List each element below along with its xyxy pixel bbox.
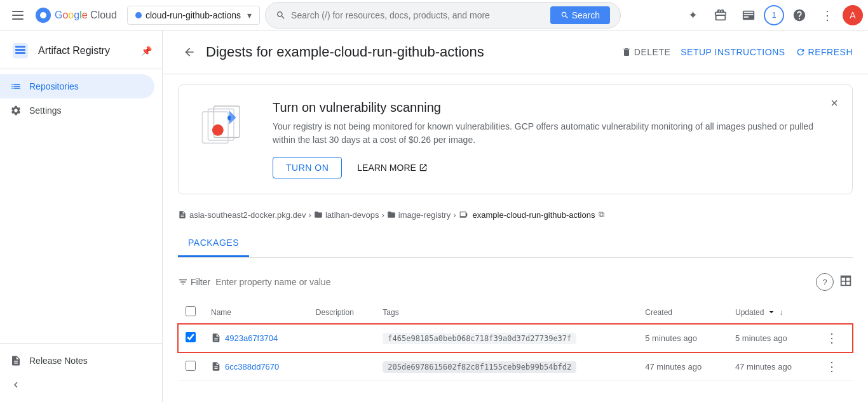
svg-rect-7 xyxy=(15,52,25,54)
row2-updated-cell: 47 minutes ago xyxy=(728,352,818,381)
row2-doc-icon xyxy=(211,361,221,372)
row2-actions-cell: ⋮ xyxy=(818,352,853,381)
menu-icon[interactable] xyxy=(5,3,31,28)
row1-actions-cell: ⋮ xyxy=(818,324,853,352)
more-icon: ⋮ xyxy=(821,8,834,23)
row1-more-actions[interactable]: ⋮ xyxy=(825,331,838,345)
columns-icon xyxy=(839,274,853,288)
delete-label: DELETE xyxy=(634,47,670,57)
row1-tags-cell: f465e98185a0beb068c718f39a0d37d27739e37f xyxy=(375,324,637,352)
data-table: Name Description Tags Created xyxy=(178,301,853,381)
refresh-button[interactable]: REFRESH xyxy=(796,47,853,57)
gemini-icon: ✦ xyxy=(688,8,698,22)
row1-created-cell: 5 minutes ago xyxy=(637,324,728,352)
topbar: Google Cloud cloud-run-github-actions ▾ … xyxy=(0,0,868,30)
project-arrow-icon: ▾ xyxy=(247,10,252,20)
copy-icon[interactable]: ⧉ xyxy=(599,210,604,220)
table-help-button[interactable]: ? xyxy=(816,273,834,291)
more-options-button[interactable]: ⋮ xyxy=(815,3,840,28)
row1-name-link[interactable]: 4923a67f3704 xyxy=(211,333,301,343)
breadcrumb-registry[interactable]: asia-southeast2-docker.pkg.dev xyxy=(178,210,306,220)
breadcrumb-sep-3: › xyxy=(453,210,456,220)
row2-name-link[interactable]: 6cc388dd7670 xyxy=(211,361,301,372)
logo-text: Google Cloud xyxy=(55,10,117,21)
sidebar-item-release-notes[interactable]: Release Notes xyxy=(0,349,162,373)
cloud-shell-icon xyxy=(742,8,756,22)
row1-doc-icon xyxy=(211,333,221,343)
row2-description-cell xyxy=(308,352,375,381)
row2-more-actions[interactable]: ⋮ xyxy=(825,359,838,373)
breadcrumb-current: example-cloud-run-github-actions ⧉ xyxy=(459,210,605,220)
sidebar-item-settings[interactable]: Settings xyxy=(0,98,154,123)
tab-packages[interactable]: PACKAGES xyxy=(178,230,249,257)
help-icon xyxy=(792,8,806,22)
breadcrumb-latihan[interactable]: latihan-devops xyxy=(314,210,379,220)
sidebar-item-settings-label: Settings xyxy=(29,105,62,116)
avatar[interactable]: A xyxy=(843,5,863,25)
cloud-shell-button[interactable] xyxy=(736,3,761,28)
select-all-header xyxy=(178,301,203,324)
search-input[interactable] xyxy=(291,10,545,20)
row2-tags-cell: 205de6978615602f82c8f1155ceb9eb99b54bfd2 xyxy=(375,352,637,381)
marketplace-button[interactable] xyxy=(708,3,733,28)
collapse-sidebar-button[interactable] xyxy=(0,373,162,397)
collapse-icon xyxy=(10,379,22,391)
table-body: 4923a67f3704 f465e98185a0beb068c718f39a0… xyxy=(178,324,853,381)
row2-created-cell: 47 minutes ago xyxy=(637,352,728,381)
app-layout: Artifact Registry 📌 Repositories Setting… xyxy=(0,30,868,402)
setup-instructions-button[interactable]: SETUP INSTRUCTIONS xyxy=(681,47,785,57)
table-row: 4923a67f3704 f465e98185a0beb068c718f39a0… xyxy=(178,324,853,352)
select-all-checkbox[interactable] xyxy=(186,306,196,316)
turn-on-button[interactable]: TURN ON xyxy=(273,157,342,178)
notification-badge[interactable]: 1 xyxy=(764,5,784,25)
content-area: Turn on vulnerability scanning Your regi… xyxy=(163,74,868,402)
sidebar-item-repositories[interactable]: Repositories xyxy=(0,74,154,98)
main-content: Digests for example-cloud-run-github-act… xyxy=(163,30,868,402)
topbar-actions: ✦ 1 ⋮ A xyxy=(680,3,863,28)
close-banner-button[interactable]: × xyxy=(824,93,844,113)
tags-column-header: Tags xyxy=(375,301,637,324)
pin-icon[interactable]: 📌 xyxy=(141,46,152,56)
row2-checkbox[interactable] xyxy=(186,361,196,371)
gemini-button[interactable]: ✦ xyxy=(680,3,705,28)
banner-title: Turn on vulnerability scanning xyxy=(273,100,837,115)
header-actions: DELETE SETUP INSTRUCTIONS REFRESH xyxy=(621,47,853,57)
created-column-header: Created xyxy=(637,301,728,324)
project-selector[interactable]: cloud-run-github-actions ▾ xyxy=(127,6,260,25)
table-toolbar: Filter ? xyxy=(178,268,853,296)
columns-button[interactable] xyxy=(839,274,853,291)
row1-checkbox[interactable] xyxy=(186,332,196,342)
sidebar: Artifact Registry 📌 Repositories Setting… xyxy=(0,30,163,402)
back-icon xyxy=(183,46,196,58)
delete-icon xyxy=(621,47,632,57)
back-button[interactable] xyxy=(178,41,201,64)
page-header: Digests for example-cloud-run-github-act… xyxy=(163,30,868,74)
tabs: PACKAGES xyxy=(178,230,853,258)
settings-icon xyxy=(10,105,22,116)
search-icon-bar xyxy=(276,10,286,20)
svg-point-3 xyxy=(40,12,46,18)
search-button[interactable]: Search xyxy=(550,6,610,24)
row1-name-cell: 4923a67f3704 xyxy=(203,324,308,352)
banner-illustration xyxy=(194,100,257,159)
registry-breadcrumb-icon xyxy=(178,210,187,219)
svg-rect-5 xyxy=(15,46,25,48)
actions-column-header xyxy=(818,301,853,324)
breadcrumb: asia-southeast2-docker.pkg.dev › latihan… xyxy=(178,210,853,220)
updated-column-header[interactable]: Updated ↓ xyxy=(728,301,818,324)
table-header: Name Description Tags Created xyxy=(178,301,853,324)
setup-instructions-label: SETUP INSTRUCTIONS xyxy=(681,47,785,57)
learn-more-link[interactable]: LEARN MORE xyxy=(357,163,428,173)
svg-rect-0 xyxy=(12,11,24,12)
breadcrumb-image-registry[interactable]: image-registry xyxy=(387,210,451,220)
artifact-registry-icon xyxy=(10,41,31,61)
filter-input[interactable] xyxy=(215,277,811,287)
delete-button[interactable]: DELETE xyxy=(621,47,670,57)
name-column-header: Name xyxy=(203,301,308,324)
project-name: cloud-run-github-actions xyxy=(146,10,241,20)
banner-description: Your registry is not being monitored for… xyxy=(273,120,819,147)
search-bar: Search xyxy=(265,2,621,29)
search-btn-icon xyxy=(560,11,569,20)
svg-rect-6 xyxy=(15,49,25,51)
help-button[interactable] xyxy=(787,3,812,28)
